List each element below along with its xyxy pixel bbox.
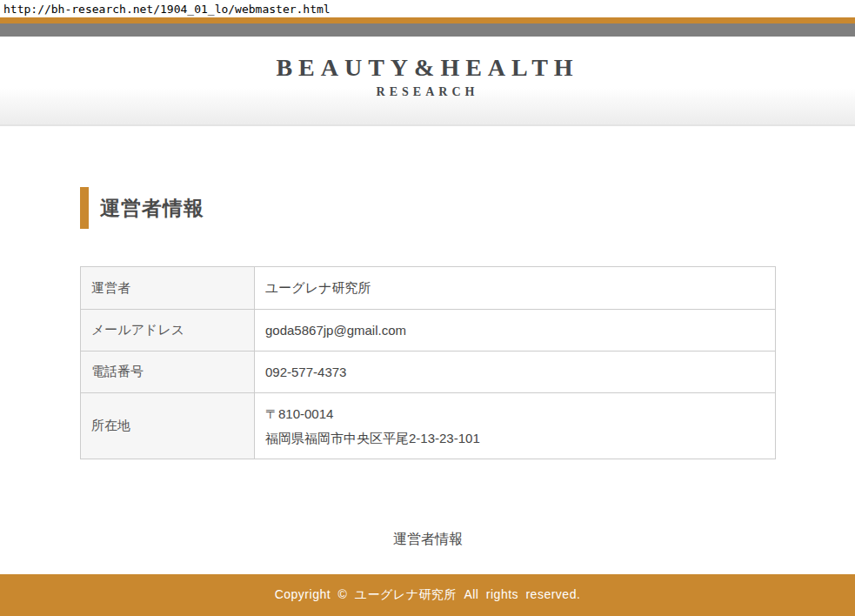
url-bar: http://bh-research.net/1904_01_lo/webmas… bbox=[0, 0, 855, 17]
section-heading: 運営者情報 bbox=[80, 187, 776, 229]
row-label: 所在地 bbox=[81, 393, 255, 459]
operator-value: ユーグレナ研究所 bbox=[265, 276, 765, 300]
row-value: ユーグレナ研究所 bbox=[255, 267, 775, 309]
copyright-text: Copyright © ユーグレナ研究所 All rights reserved… bbox=[275, 587, 581, 603]
row-value: goda5867jp@gmail.com bbox=[255, 310, 775, 351]
top-gray-bar bbox=[0, 23, 855, 37]
phone-value: 092-577-4373 bbox=[265, 360, 765, 385]
heading-accent-bar bbox=[80, 187, 89, 229]
email-value: goda5867jp@gmail.com bbox=[265, 318, 765, 343]
footer-link-operator-info[interactable]: 運営者情報 bbox=[393, 531, 463, 549]
row-label: 電話番号 bbox=[81, 352, 255, 392]
main-content: 運営者情報 運営者 ユーグレナ研究所 メールアドレス goda5867jp@gm… bbox=[0, 126, 855, 574]
page-title: 運営者情報 bbox=[100, 195, 204, 222]
site-header: BEAUTY&HEALTH RESEARCH bbox=[0, 37, 855, 126]
address-value: 福岡県福岡市中央区平尾2-13-23-101 bbox=[265, 426, 765, 451]
postal-code-value: 〒810-0014 bbox=[265, 402, 765, 426]
logo-subtitle: RESEARCH bbox=[276, 85, 578, 99]
table-row-email: メールアドレス goda5867jp@gmail.com bbox=[81, 309, 775, 351]
table-row-address: 所在地 〒810-0014 福岡県福岡市中央区平尾2-13-23-101 bbox=[81, 392, 775, 459]
top-accent-strip bbox=[0, 17, 855, 23]
copyright-bar: Copyright © ユーグレナ研究所 All rights reserved… bbox=[0, 574, 855, 616]
row-label: メールアドレス bbox=[81, 310, 255, 351]
site-logo[interactable]: BEAUTY&HEALTH RESEARCH bbox=[276, 37, 578, 99]
row-label: 運営者 bbox=[81, 267, 255, 309]
logo-title: BEAUTY&HEALTH bbox=[276, 54, 578, 82]
footer-nav: 運営者情報 bbox=[80, 531, 776, 549]
page-url: http://bh-research.net/1904_01_lo/webmas… bbox=[3, 3, 331, 16]
row-value: 092-577-4373 bbox=[255, 352, 775, 392]
row-value: 〒810-0014 福岡県福岡市中央区平尾2-13-23-101 bbox=[255, 393, 775, 459]
table-row-operator: 運営者 ユーグレナ研究所 bbox=[81, 267, 775, 309]
table-row-phone: 電話番号 092-577-4373 bbox=[81, 351, 775, 392]
operator-info-table: 運営者 ユーグレナ研究所 メールアドレス goda5867jp@gmail.co… bbox=[80, 266, 776, 459]
